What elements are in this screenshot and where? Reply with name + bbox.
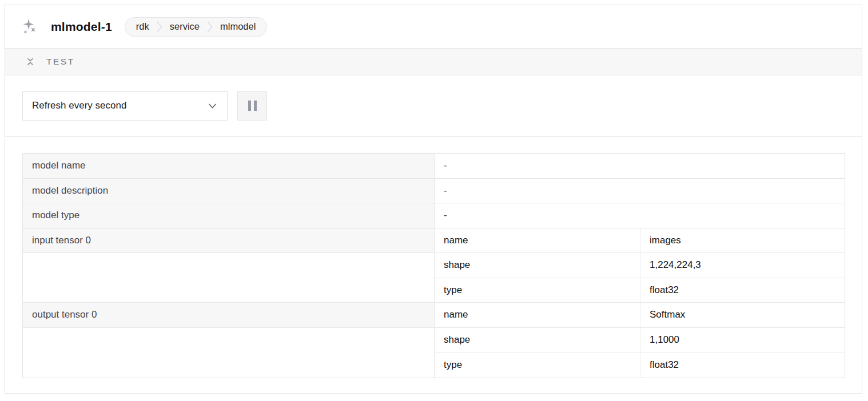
chevron-down-icon [208, 103, 217, 109]
chevron-separator-icon [157, 20, 162, 34]
tensor-field-value: 1,1000 [640, 328, 845, 353]
row-value-model-type: - [435, 203, 845, 228]
tensor-field-value: float32 [640, 352, 845, 378]
row-value-model-description: - [435, 179, 845, 204]
breadcrumb: rdk service mlmodel [125, 17, 268, 37]
row-label-model-description: model description [23, 179, 435, 204]
tensor-field-key: type [435, 278, 640, 303]
tensor-field-key: shape [435, 253, 640, 278]
collapse-vertical-icon[interactable] [25, 57, 35, 67]
refresh-interval-select[interactable]: Refresh every second [22, 91, 228, 121]
tensor-field-value: float32 [640, 278, 845, 303]
tensor-group-label: output tensor 0 [23, 303, 434, 328]
pause-icon [248, 101, 257, 111]
mlmodel-panel: mlmodel-1 rdk service mlmodel TEST Refre… [5, 5, 862, 394]
tensor-field-key: name [435, 228, 640, 254]
tensor-field-value: Softmax [640, 303, 845, 328]
tensor-field-key: shape [435, 328, 640, 353]
page-title: mlmodel-1 [51, 20, 112, 34]
row-label-model-name: model name [23, 154, 435, 179]
refresh-interval-value: Refresh every second [32, 100, 126, 111]
sparkles-icon [21, 18, 38, 35]
pause-button[interactable] [237, 91, 267, 121]
tensor-group-label: input tensor 0 [23, 228, 434, 254]
tensor-field-value: 1,224,224,3 [640, 253, 845, 278]
test-content: model name - model description - model t… [5, 137, 862, 395]
row-value-model-name: - [435, 154, 845, 179]
row-label-model-type: model type [23, 203, 435, 228]
tensor-field-key: type [435, 352, 640, 378]
test-section-label: TEST [46, 57, 75, 67]
test-section-bar: TEST [5, 49, 862, 75]
breadcrumb-item-rdk: rdk [136, 21, 149, 32]
properties-table: model name - model description - model t… [22, 153, 845, 378]
tensor-group-output-0: output tensor 0 [23, 303, 435, 378]
tensor-field-value: images [640, 228, 845, 254]
breadcrumb-item-mlmodel: mlmodel [220, 21, 256, 32]
breadcrumb-item-service: service [170, 21, 200, 32]
tensor-field-key: name [435, 303, 640, 328]
tensor-group-input-0: input tensor 0 [23, 228, 435, 303]
refresh-toolbar: Refresh every second [5, 75, 862, 137]
panel-header: mlmodel-1 rdk service mlmodel [5, 5, 862, 49]
chevron-separator-icon [207, 20, 213, 34]
